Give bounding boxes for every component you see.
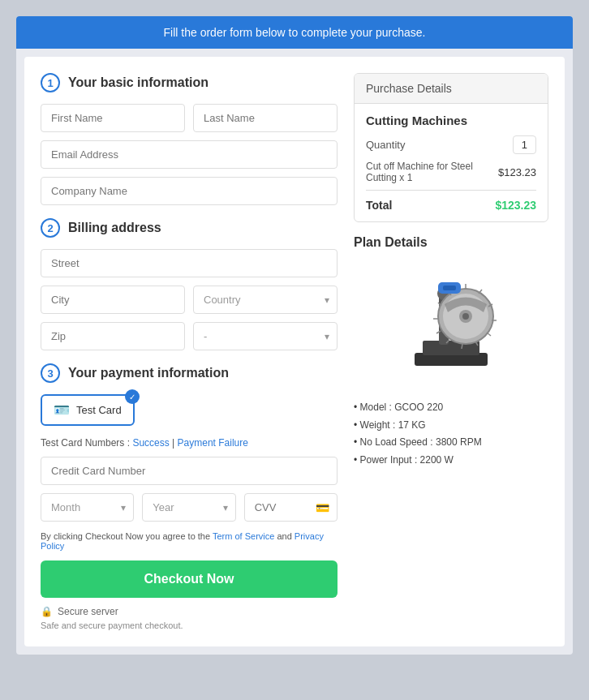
lock-icon: 🔒 <box>41 606 53 617</box>
test-card-failure-link[interactable]: Payment Failure <box>178 437 248 449</box>
test-card-prefix: Test Card Numbers : <box>41 437 132 449</box>
checkout-button[interactable]: Checkout Now <box>41 560 337 598</box>
section-1-number: 1 <box>41 73 60 92</box>
card-number-row <box>41 457 337 485</box>
expiry-cvv-row: Month 01 02 03 04 05 06 07 08 09 10 11 1… <box>41 493 337 522</box>
test-card-success-link[interactable]: Success <box>132 437 169 449</box>
tos-link[interactable]: Term of Service <box>213 531 274 541</box>
quantity-row: Quantity 1 <box>366 135 536 154</box>
cvv-card-icon: 💳 <box>316 501 329 514</box>
email-input[interactable] <box>41 140 337 169</box>
terms-text: By clicking Checkout Now you agree to th… <box>41 531 337 551</box>
country-select[interactable]: Country <box>193 286 337 314</box>
secure-label: Secure server <box>58 606 118 617</box>
svg-rect-21 <box>443 286 456 290</box>
card-number-input[interactable] <box>41 457 337 485</box>
secure-server-row: 🔒 Secure server <box>41 606 337 617</box>
cvv-wrapper: 💳 <box>244 493 337 522</box>
street-input[interactable] <box>41 249 337 277</box>
last-name-field <box>193 104 337 132</box>
street-row <box>41 249 337 277</box>
company-input[interactable] <box>41 177 337 205</box>
total-label: Total <box>366 199 392 212</box>
card-number-field <box>41 457 337 485</box>
credit-card-icon: 🪪 <box>54 402 70 418</box>
terms-prefix: By clicking Checkout Now you agree to th… <box>41 531 213 541</box>
purchase-details-box: Purchase Details Cutting Machines Quanti… <box>354 73 548 222</box>
last-name-input[interactable] <box>193 104 337 132</box>
company-field <box>41 177 337 205</box>
section-2-title: Billing address <box>68 221 161 235</box>
page-wrapper: Fill the order form below to complete yo… <box>16 16 573 655</box>
city-field <box>41 286 185 314</box>
test-card-separator: | <box>170 437 178 449</box>
zip-input[interactable] <box>41 322 185 350</box>
city-input[interactable] <box>41 286 185 314</box>
total-price: $123.23 <box>495 199 536 212</box>
purchase-details-body: Cutting Machines Quantity 1 Cut off Mach… <box>355 104 548 221</box>
total-row: Total $123.23 <box>366 190 536 212</box>
left-panel: 1 Your basic information <box>41 73 354 630</box>
month-select-wrapper: Month 01 02 03 04 05 06 07 08 09 10 11 1… <box>41 493 134 522</box>
product-specs: Model : GCOO 220Weight : 17 KGNo Load Sp… <box>354 399 548 469</box>
product-price-row: Cut off Machine for Steel Cutting x 1 $1… <box>366 161 536 183</box>
year-select-wrapper: Year 2024 2025 2026 2027 ▾ <box>142 493 235 522</box>
month-select[interactable]: Month 01 02 03 04 05 06 07 08 09 10 11 1… <box>41 493 134 522</box>
cutting-machine-svg <box>394 268 508 381</box>
zip-state-row: - ▾ <box>41 322 337 350</box>
zip-field <box>41 322 185 350</box>
product-image <box>354 260 548 389</box>
section-1-title: Your basic information <box>68 75 209 90</box>
section-3-title: Your payment information <box>68 366 229 380</box>
right-panel: Purchase Details Cutting Machines Quanti… <box>354 73 548 630</box>
secure-sub-text: Safe and secure payment checkout. <box>41 621 337 630</box>
plan-details-title: Plan Details <box>354 235 548 250</box>
spec-item: No Load Speed : 3800 RPM <box>354 434 548 452</box>
product-line-text: Cut off Machine for Steel Cutting x 1 <box>366 161 492 183</box>
state-select[interactable]: - <box>193 322 337 350</box>
country-select-wrapper: Country ▾ <box>193 286 337 314</box>
spec-item: Model : GCOO 220 <box>354 399 548 417</box>
section-1-header: 1 Your basic information <box>41 73 337 92</box>
svg-point-7 <box>462 313 469 320</box>
first-name-input[interactable] <box>41 104 185 132</box>
banner-text: Fill the order form below to complete yo… <box>164 26 426 39</box>
purchase-details-header: Purchase Details <box>355 74 548 104</box>
year-select[interactable]: Year 2024 2025 2026 2027 <box>142 493 235 522</box>
spec-item: Weight : 17 KG <box>354 417 548 435</box>
email-row <box>41 140 337 169</box>
card-label-text: Test Card <box>76 404 122 416</box>
test-card-info: Test Card Numbers : Success | Payment Fa… <box>41 437 337 449</box>
section-2-header: 2 Billing address <box>41 218 337 238</box>
quantity-label: Quantity <box>366 139 405 151</box>
state-select-wrapper: - ▾ <box>193 322 337 350</box>
main-content: 1 Your basic information <box>24 57 565 646</box>
section-3-number: 3 <box>41 363 60 383</box>
product-price: $123.23 <box>498 166 536 178</box>
first-name-field <box>41 104 185 132</box>
svg-line-14 <box>462 344 462 349</box>
section-3-header: 3 Your payment information <box>41 363 337 383</box>
top-banner: Fill the order form below to complete yo… <box>16 16 573 49</box>
spec-item: Power Input : 2200 W <box>354 452 548 470</box>
email-field <box>41 140 337 169</box>
name-row <box>41 104 337 132</box>
check-badge: ✓ <box>125 389 140 404</box>
card-option[interactable]: 🪪 Test Card ✓ <box>41 394 135 426</box>
quantity-value: 1 <box>513 135 536 154</box>
city-country-row: Country ▾ <box>41 286 337 314</box>
company-row <box>41 177 337 205</box>
terms-middle: and <box>274 531 294 541</box>
product-title: Cutting Machines <box>366 114 536 127</box>
street-field <box>41 249 337 277</box>
section-2-number: 2 <box>41 218 60 238</box>
